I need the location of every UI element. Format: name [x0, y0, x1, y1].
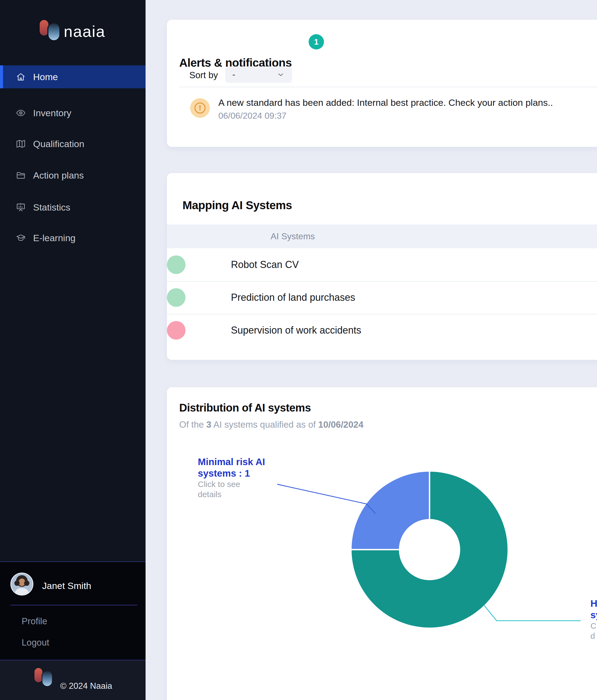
- callout-title-line: sy: [591, 609, 597, 621]
- eye-icon: [16, 108, 26, 118]
- logo-red-shape: [40, 20, 48, 35]
- leader-line-minimal: [277, 484, 375, 514]
- donut-segment-minimal-risk[interactable]: [352, 472, 430, 550]
- table-row[interactable]: Prediction of land purchases: [167, 281, 597, 315]
- footer-logo: [34, 668, 54, 687]
- logo-blue-shape: [48, 23, 59, 40]
- sort-by-select[interactable]: -: [225, 67, 292, 83]
- status-dot: [167, 321, 186, 340]
- callout-hint-line: Click to see: [198, 479, 280, 489]
- brand-name: naaia: [64, 22, 105, 41]
- sidebar-item-action-plans[interactable]: Action plans: [0, 164, 146, 187]
- alert-timestamp: 06/06/2024 09:37: [218, 110, 553, 121]
- sidebar-item-home[interactable]: Home: [0, 65, 146, 88]
- table-row[interactable]: Supervision of work accidents: [167, 314, 597, 347]
- ai-system-name: Supervision of work accidents: [231, 325, 361, 336]
- map-icon: [16, 139, 26, 149]
- callout-title-line: H: [591, 598, 597, 609]
- callout-hint-line: details: [198, 489, 280, 499]
- active-indicator: [0, 65, 3, 88]
- status-dot: [167, 255, 186, 274]
- sidebar-item-label: Qualification: [33, 139, 84, 149]
- copyright-text: © 2024 Naaia: [60, 681, 112, 691]
- profile-link[interactable]: Profile: [22, 616, 47, 626]
- avatar: [10, 573, 33, 596]
- home-icon: [16, 72, 26, 82]
- brand-logo: naaia: [40, 20, 116, 42]
- callout-title-line: Minimal risk AI: [198, 456, 280, 468]
- sidebar: naaia Home Inventory Qualification Actio…: [0, 0, 146, 700]
- clipped-risk-callout[interactable]: H sy C d: [591, 598, 597, 641]
- sidebar-item-label: Statistics: [33, 202, 70, 213]
- donut-chart: [167, 387, 597, 700]
- sidebar-item-qualification[interactable]: Qualification: [0, 132, 146, 155]
- app-root: { "sidebar": { "brand": "naaia", "items"…: [0, 0, 597, 700]
- graduation-cap-icon: [16, 233, 26, 243]
- warning-icon: !: [190, 98, 210, 118]
- alert-message: A new standard has been added: Internal …: [218, 97, 553, 108]
- logout-link[interactable]: Logout: [22, 638, 49, 648]
- alerts-divider: [179, 87, 597, 87]
- chevron-down-icon: [277, 71, 285, 79]
- callout-title-line: systems : 1: [198, 468, 280, 479]
- callout-hint-line: C: [591, 621, 597, 631]
- presentation-chart-icon: [16, 202, 26, 212]
- alerts-card: Alerts & notifications 1 Sort by - ! A n…: [167, 20, 597, 147]
- table-row[interactable]: Robot Scan CV: [167, 248, 597, 282]
- sidebar-footer: © 2024 Naaia: [0, 660, 146, 700]
- sidebar-item-elearning[interactable]: E-learning: [0, 226, 146, 249]
- alert-item[interactable]: ! A new standard has been added: Interna…: [190, 97, 597, 138]
- user-section: Janet Smith Profile Logout: [0, 561, 146, 660]
- table-header-row: AI Systems: [167, 224, 597, 248]
- sidebar-item-label: Home: [33, 72, 58, 82]
- ai-system-name: Robot Scan CV: [231, 259, 299, 270]
- sidebar-item-label: Action plans: [33, 170, 84, 181]
- sort-by-label: Sort by: [189, 70, 218, 80]
- sidebar-item-label: Inventory: [33, 108, 71, 118]
- distribution-card: Distribution of AI systems Of the 3 AI s…: [167, 387, 597, 700]
- user-divider: [10, 605, 137, 605]
- column-header-ai-systems: AI Systems: [270, 231, 315, 242]
- sidebar-item-inventory[interactable]: Inventory: [0, 101, 146, 124]
- mapping-card: Mapping AI Systems AI Systems Robot Scan…: [167, 173, 597, 360]
- leader-line-other: [484, 605, 580, 621]
- user-name: Janet Smith: [42, 580, 91, 591]
- folder-icon: [16, 170, 26, 180]
- ai-system-name: Prediction of land purchases: [231, 292, 355, 303]
- sort-by-value: -: [232, 70, 235, 80]
- sidebar-item-label: E-learning: [33, 233, 75, 243]
- minimal-risk-callout[interactable]: Minimal risk AI systems : 1 Click to see…: [198, 456, 280, 499]
- status-dot: [167, 288, 186, 307]
- callout-hint-line: d: [591, 631, 597, 641]
- sidebar-item-statistics[interactable]: Statistics: [0, 196, 146, 219]
- mapping-title: Mapping AI Systems: [183, 199, 292, 212]
- alerts-count-badge: 1: [309, 34, 324, 49]
